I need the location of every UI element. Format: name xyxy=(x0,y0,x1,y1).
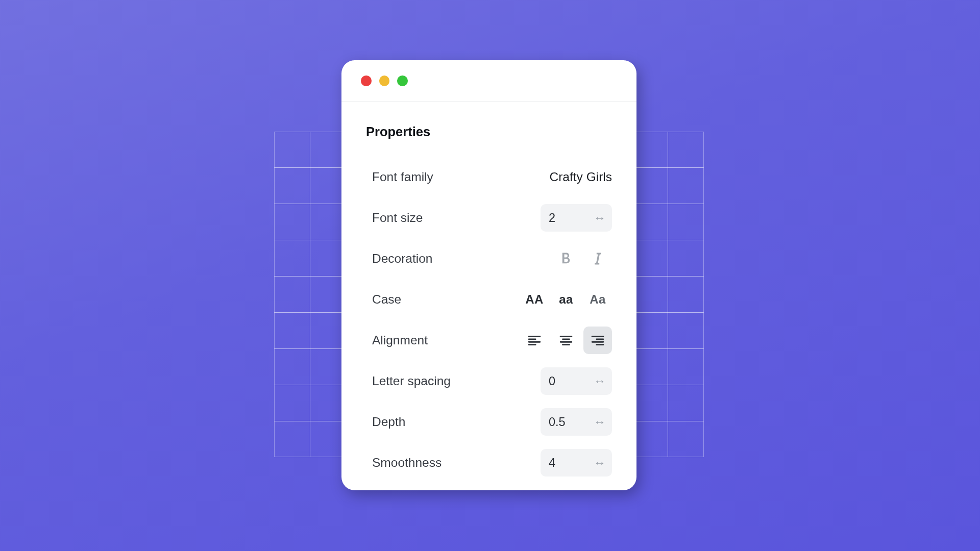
panel-title: Properties xyxy=(366,124,612,139)
font-size-value: 2 xyxy=(549,211,555,225)
row-depth: Depth 0.5 ↔ xyxy=(366,402,612,442)
depth-input[interactable]: 0.5 ↔ xyxy=(541,408,612,436)
window-zoom-icon[interactable] xyxy=(397,76,408,86)
align-center-button[interactable] xyxy=(552,327,580,354)
row-font-size: Font size 2 ↔ xyxy=(366,197,612,238)
label-case: Case xyxy=(366,292,401,307)
italic-button[interactable] xyxy=(583,245,612,272)
case-lower-button[interactable]: aa xyxy=(552,286,580,313)
align-center-icon xyxy=(559,335,573,346)
drag-horizontal-icon[interactable]: ↔ xyxy=(594,212,606,224)
label-alignment: Alignment xyxy=(366,333,428,347)
letter-spacing-value: 0 xyxy=(549,374,555,388)
window-minimize-icon[interactable] xyxy=(379,76,390,86)
bold-icon xyxy=(560,252,572,265)
case-mixed-button[interactable]: Aa xyxy=(583,286,612,313)
drag-horizontal-icon[interactable]: ↔ xyxy=(594,416,606,428)
align-right-button[interactable] xyxy=(583,327,612,354)
properties-panel: Properties Font family Crafty Girls Font… xyxy=(341,60,636,490)
smoothness-input[interactable]: 4 ↔ xyxy=(541,449,612,477)
label-decoration: Decoration xyxy=(366,252,432,266)
label-font-family: Font family xyxy=(366,170,433,184)
font-family-value[interactable]: Crafty Girls xyxy=(550,170,612,184)
label-depth: Depth xyxy=(366,415,405,429)
row-case: Case AA aa Aa xyxy=(366,279,612,320)
case-lower-icon: aa xyxy=(559,292,573,307)
case-upper-button[interactable]: AA xyxy=(520,286,549,313)
align-left-icon xyxy=(528,335,541,346)
depth-value: 0.5 xyxy=(549,415,566,429)
row-letter-spacing: Letter spacing 0 ↔ xyxy=(366,361,612,402)
row-smoothness: Smoothness 4 ↔ xyxy=(366,442,612,483)
drag-horizontal-icon[interactable]: ↔ xyxy=(594,375,606,387)
row-decoration: Decoration xyxy=(366,238,612,279)
window-titlebar xyxy=(341,60,636,102)
align-right-icon xyxy=(591,335,604,346)
drag-horizontal-icon[interactable]: ↔ xyxy=(594,457,606,469)
window-close-icon[interactable] xyxy=(361,76,372,86)
smoothness-value: 4 xyxy=(549,456,555,470)
label-letter-spacing: Letter spacing xyxy=(366,374,451,388)
font-size-input[interactable]: 2 ↔ xyxy=(541,204,612,232)
case-mixed-icon: Aa xyxy=(590,292,606,307)
letter-spacing-input[interactable]: 0 ↔ xyxy=(541,367,612,395)
italic-icon xyxy=(593,252,603,265)
panel-content: Properties Font family Crafty Girls Font… xyxy=(341,102,636,483)
bold-button[interactable] xyxy=(552,245,580,272)
align-left-button[interactable] xyxy=(520,327,549,354)
label-font-size: Font size xyxy=(366,211,423,225)
case-upper-icon: AA xyxy=(525,292,544,307)
label-smoothness: Smoothness xyxy=(366,456,442,470)
row-font-family: Font family Crafty Girls xyxy=(366,157,612,197)
row-alignment: Alignment xyxy=(366,320,612,361)
